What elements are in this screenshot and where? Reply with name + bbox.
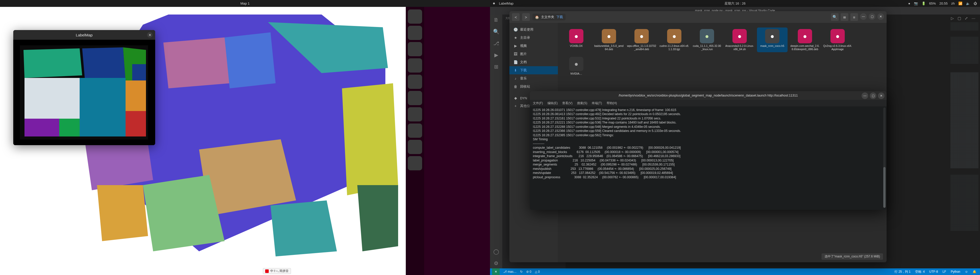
diff-icon[interactable]: ⤢ [965, 16, 968, 21]
language-mode[interactable]: Python [951, 270, 960, 273]
file-tile[interactable]: ●Anaconda3-5.2.0-Linux-x86_64.sh [724, 27, 755, 52]
menu-item[interactable]: 终端(T) [592, 101, 602, 106]
scrollbar-thumb[interactable] [883, 167, 886, 208]
run-icon[interactable]: ▷ [951, 16, 954, 21]
file-tile[interactable]: ●cudnn-11.2-linux-x64-v8.1.1.33.tgz [659, 27, 690, 52]
terminal-window[interactable]: /home/dyn/voxblox_ws/src/voxblox-plusplu… [530, 91, 886, 210]
battery-icon[interactable]: 🔋 [921, 2, 926, 5]
menu-item[interactable]: 编辑(E) [547, 101, 558, 106]
power-icon[interactable]: ⏻ [974, 2, 977, 5]
labelmap-canvas[interactable] [13, 40, 155, 145]
search-icon[interactable]: 🔍 [493, 28, 500, 35]
feedback-icon[interactable]: ☺ [965, 270, 968, 273]
gnome-topbar-right[interactable]: LabelMap 星期六 16 : 26 ● 📷 🔋 65% 20.55 zh … [490, 0, 980, 7]
sidebar-item[interactable]: ★主目录 [509, 33, 558, 42]
gear-icon[interactable]: ⚙ [494, 260, 498, 266]
volume-icon[interactable]: 🔈 [966, 2, 970, 5]
file-tile[interactable]: ●cuda_11.1.1_455.32.00_linux.run [692, 27, 722, 52]
forward-button[interactable]: > [522, 13, 530, 21]
close-icon[interactable]: ✕ [147, 32, 153, 38]
errors-count[interactable]: ⊘ 0 [526, 270, 531, 273]
wifi-icon[interactable]: 📶 [958, 2, 963, 5]
menu-button[interactable]: ≡ [850, 13, 858, 21]
indent[interactable]: 空格: 4 [915, 270, 924, 274]
view-button[interactable]: ≣ [841, 13, 848, 21]
maximize-icon[interactable]: ▢ [869, 13, 875, 20]
vscode-activitybar[interactable]: 🗎 🔍 ⎇ ▶ ⊞ ◯ ⚙ [490, 14, 502, 269]
vscode-minimap[interactable] [950, 22, 978, 231]
maximize-icon[interactable]: ▢ [870, 92, 877, 99]
files-grid[interactable]: ●VOXBLOX●baidunetdisk_3.5.0_amd64.deb●wp… [561, 27, 883, 77]
ime-indicator[interactable]: 中⇧○,.简拼音 [263, 268, 291, 274]
dock-item[interactable] [408, 156, 422, 170]
scm-icon[interactable]: ⎇ [493, 40, 499, 46]
sidebar-item[interactable]: ♪音乐 [509, 74, 558, 82]
bell-icon[interactable]: 🔔 [973, 270, 977, 273]
dock-item[interactable] [408, 140, 422, 154]
screenshot-icon[interactable]: 📷 [914, 2, 918, 5]
lang-zh[interactable]: zh [951, 2, 955, 5]
sidebar-item[interactable]: ⬇下载 [509, 66, 558, 74]
dock-item[interactable] [408, 9, 422, 24]
file-tile[interactable]: ●Qv2ray.v2.6.3.linux-x64.AppImage [822, 27, 853, 52]
close-icon[interactable]: ✕ [877, 13, 884, 20]
close-icon[interactable]: ✕ [878, 92, 885, 99]
file-tile[interactable]: ●VOXBLOX [561, 27, 592, 52]
menu-item[interactable]: 文件(F) [533, 101, 543, 106]
dock-item[interactable] [408, 123, 422, 138]
dock-item[interactable] [408, 107, 422, 122]
terminal-body[interactable]: I1225 16:26:26.031071 15017 controller.c… [530, 106, 886, 210]
eol[interactable]: LF [942, 270, 946, 273]
terminal-titlebar[interactable]: /home/dyn/voxblox_ws/src/voxblox-plusplu… [530, 91, 886, 100]
file-tile[interactable]: ●mask_rcnn_coco.h5 [757, 27, 788, 52]
dock-item[interactable] [408, 74, 422, 89]
sidebar-item[interactable]: 🗑回收站 [509, 82, 558, 91]
editor-actions[interactable]: ▷ ▢ ⤢ ⋯ [951, 16, 975, 21]
files-header[interactable]: < > 🏠 主文件夹 下载 🔍 ≣ ≡ — ▢ ✕ [509, 11, 886, 23]
sidebar-item[interactable]: 🖼图片 [509, 50, 558, 58]
dock-item[interactable] [408, 26, 422, 40]
crumb-home[interactable]: 主文件夹 [541, 15, 554, 19]
lncol[interactable]: 行 25，列 1 [894, 270, 911, 274]
vscode-statusbar[interactable]: ✕ ⎇ mas… ↻ ⊘ 0 △ 0 行 25，列 1 空格: 4 UTF-8 … [490, 269, 980, 275]
crumb-home-icon[interactable]: 🏠 [535, 15, 539, 19]
topbar-app[interactable]: LabelMap [499, 2, 514, 5]
file-tile[interactable]: ●baidunetdisk_3.5.0_amd64.deb [593, 27, 624, 52]
menu-item[interactable]: 搜索(S) [577, 101, 587, 106]
sidebar-item[interactable]: ▶视频 [509, 42, 558, 50]
split-icon[interactable]: ▢ [958, 16, 961, 21]
sidebar-item[interactable]: 📄文档 [509, 58, 558, 66]
record-icon[interactable]: ● [908, 2, 910, 5]
topbar-date[interactable]: 星期六 16 : 26 [724, 1, 746, 6]
remote-indicator[interactable]: ✕ [492, 269, 500, 275]
extensions-icon[interactable]: ⊞ [494, 64, 498, 70]
labelmap-window[interactable]: LabelMap ✕ [13, 30, 155, 145]
dock[interactable] [406, 7, 424, 275]
menu-item[interactable]: 帮助(H) [607, 101, 617, 106]
file-tile[interactable]: ●NVIDIA… [561, 55, 592, 77]
account-icon[interactable]: ◯ [493, 248, 499, 254]
dock-item[interactable] [408, 42, 422, 56]
explorer-icon[interactable]: 🗎 [493, 17, 499, 23]
file-tile[interactable]: ●deepin.com.wechat_2.6.8.65deepin0_i386.… [790, 27, 820, 52]
git-branch[interactable]: ⎇ mas… [503, 270, 517, 273]
file-tile[interactable]: ●wps-office_11.1.0.10702_amd64.deb [626, 27, 657, 52]
dock-item[interactable] [408, 58, 422, 73]
dock-item[interactable] [408, 91, 422, 105]
minimize-icon[interactable]: — [860, 13, 867, 20]
more-icon[interactable]: ⋯ [972, 16, 975, 21]
debug-icon[interactable]: ▶ [494, 52, 498, 58]
labelmap-titlebar[interactable]: LabelMap ✕ [13, 30, 155, 40]
breadcrumb[interactable]: 🏠 主文件夹 下载 [532, 14, 566, 21]
menu-item[interactable]: 查看(V) [562, 101, 573, 106]
activities-icon[interactable] [493, 3, 495, 4]
minimize-icon[interactable]: — [862, 92, 868, 99]
encoding[interactable]: UTF-8 [929, 270, 938, 273]
back-button[interactable]: < [512, 13, 520, 21]
sync-icon[interactable]: ↻ [520, 270, 523, 273]
terminal-menubar[interactable]: 文件(F)编辑(E)查看(V)搜索(S)终端(T)帮助(H) [530, 100, 886, 106]
search-button[interactable]: 🔍 [831, 13, 838, 21]
crumb-downloads[interactable]: 下载 [556, 15, 563, 19]
warnings-count[interactable]: △ 0 [535, 270, 540, 273]
sidebar-item[interactable]: 🕓最近使用 [509, 25, 558, 33]
